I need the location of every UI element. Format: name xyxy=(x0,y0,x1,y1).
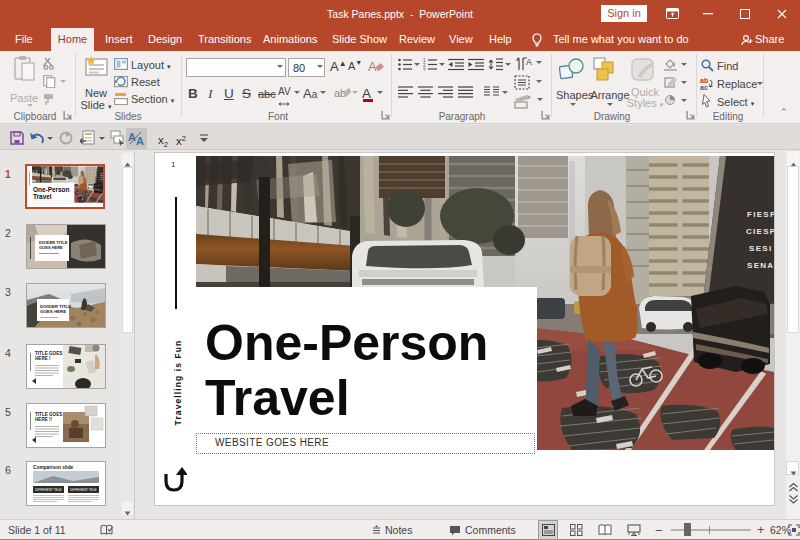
svg-text:SENA: SENA xyxy=(100,178,103,180)
svg-text:GOES HERE: GOES HERE xyxy=(40,309,66,314)
svg-text:ac: ac xyxy=(700,84,708,90)
svg-text:A: A xyxy=(136,135,144,146)
svg-text:FIESP: FIESP xyxy=(100,173,103,174)
svg-text:Comparison slide: Comparison slide xyxy=(33,465,74,470)
svg-text:3: 3 xyxy=(423,68,426,72)
svg-text:SESI: SESI xyxy=(749,244,772,253)
svg-text:FIESP: FIESP xyxy=(747,210,774,219)
svg-text:HERE !: HERE ! xyxy=(35,356,51,361)
svg-text:GOES HERE: GOES HERE xyxy=(39,245,63,250)
svg-text:CIESP: CIESP xyxy=(100,175,103,176)
svg-text:CIESP: CIESP xyxy=(746,227,774,236)
svg-text:ab: ab xyxy=(700,77,708,84)
svg-text:A: A xyxy=(368,59,377,74)
svg-text:A: A xyxy=(526,57,532,67)
svg-text:DIFFERENT TELE: DIFFERENT TELE xyxy=(35,488,62,492)
svg-text:HERE !!: HERE !! xyxy=(35,417,53,422)
svg-text:DIFFERENT TELE: DIFFERENT TELE xyxy=(70,488,97,492)
svg-text:SENA: SENA xyxy=(747,261,774,270)
svg-text:SESI: SESI xyxy=(101,177,104,178)
